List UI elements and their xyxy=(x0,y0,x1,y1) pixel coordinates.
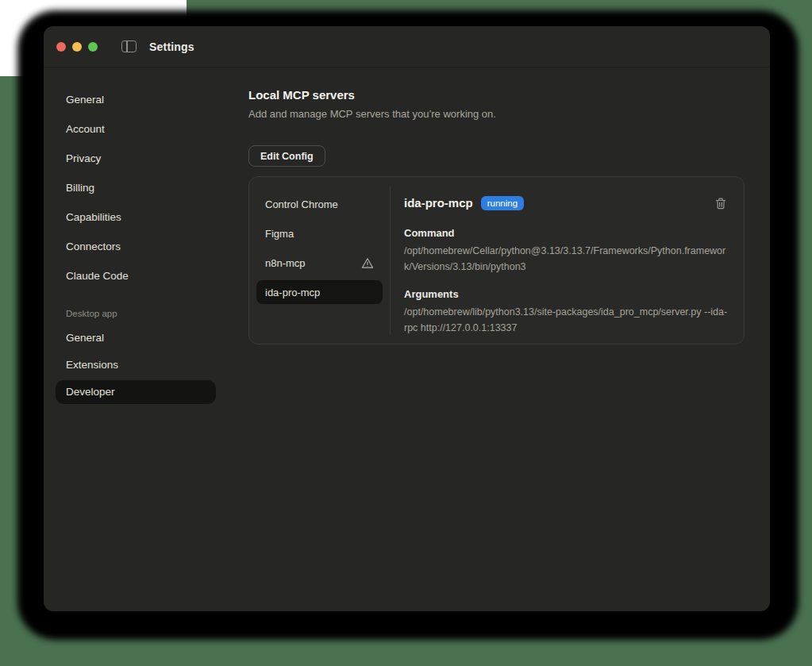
sidebar-item-extensions[interactable]: Extensions xyxy=(56,353,216,377)
edit-config-button[interactable]: Edit Config xyxy=(248,145,325,167)
sidebar-item-general[interactable]: General xyxy=(56,88,216,112)
zoom-button[interactable] xyxy=(88,42,98,52)
sidebar-item-connectors[interactable]: Connectors xyxy=(56,235,216,259)
delete-server-button[interactable] xyxy=(714,196,728,211)
status-badge: running xyxy=(481,196,524,211)
server-item-figma[interactable]: Figma xyxy=(256,221,383,245)
arguments-label: Arguments xyxy=(404,287,728,301)
settings-window: Settings General Account Privacy Billing… xyxy=(44,26,770,611)
trash-icon xyxy=(715,198,726,210)
sidebar-section-desktop-app: Desktop app xyxy=(66,309,216,318)
server-item-label: n8n-mcp xyxy=(265,257,306,269)
server-item-ida-pro-mcp[interactable]: ida-pro-mcp xyxy=(256,280,383,304)
sidebar-item-desktop-general[interactable]: General xyxy=(56,326,216,350)
mcp-server-list: Control Chrome Figma n8n-mcp xyxy=(249,177,390,344)
server-detail: ida-pro-mcp running Comma xyxy=(391,177,744,344)
window-title: Settings xyxy=(149,40,194,53)
server-item-control-chrome[interactable]: Control Chrome xyxy=(256,192,383,216)
server-detail-header: ida-pro-mcp running xyxy=(404,194,728,212)
server-item-n8n-mcp[interactable]: n8n-mcp xyxy=(256,251,383,275)
sidebar-item-claude-code[interactable]: Claude Code xyxy=(56,264,216,288)
minimize-button[interactable] xyxy=(72,42,82,52)
command-label: Command xyxy=(404,226,728,240)
page-title: Local MCP servers xyxy=(248,87,770,104)
command-value: /opt/homebrew/Cellar/python@3.13/3.13.7/… xyxy=(404,243,728,275)
sidebar-toggle-icon[interactable] xyxy=(121,40,137,52)
sidebar-item-privacy[interactable]: Privacy xyxy=(56,147,216,171)
sidebar-item-account[interactable]: Account xyxy=(56,117,216,141)
mcp-servers-panel: Control Chrome Figma n8n-mcp xyxy=(248,176,745,345)
page-subtitle: Add and manage MCP servers that you’re w… xyxy=(248,107,770,121)
sidebar-item-billing[interactable]: Billing xyxy=(56,176,216,200)
titlebar: Settings xyxy=(44,26,770,67)
warning-icon xyxy=(361,257,374,269)
sidebar-item-developer[interactable]: Developer xyxy=(56,380,216,404)
server-item-label: Control Chrome xyxy=(265,198,338,210)
arguments-value: /opt/homebrew/lib/python3.13/site-packag… xyxy=(404,304,728,336)
developer-pane: Local MCP servers Add and manage MCP ser… xyxy=(216,67,770,610)
server-name: ida-pro-mcp xyxy=(404,194,473,212)
settings-content: General Account Privacy Billing Capabili… xyxy=(44,67,770,610)
settings-sidebar: General Account Privacy Billing Capabili… xyxy=(44,67,216,610)
server-item-label: Figma xyxy=(265,228,294,240)
server-item-label: ida-pro-mcp xyxy=(265,287,320,298)
close-button[interactable] xyxy=(56,42,66,52)
sidebar-item-capabilities[interactable]: Capabilities xyxy=(56,206,216,229)
